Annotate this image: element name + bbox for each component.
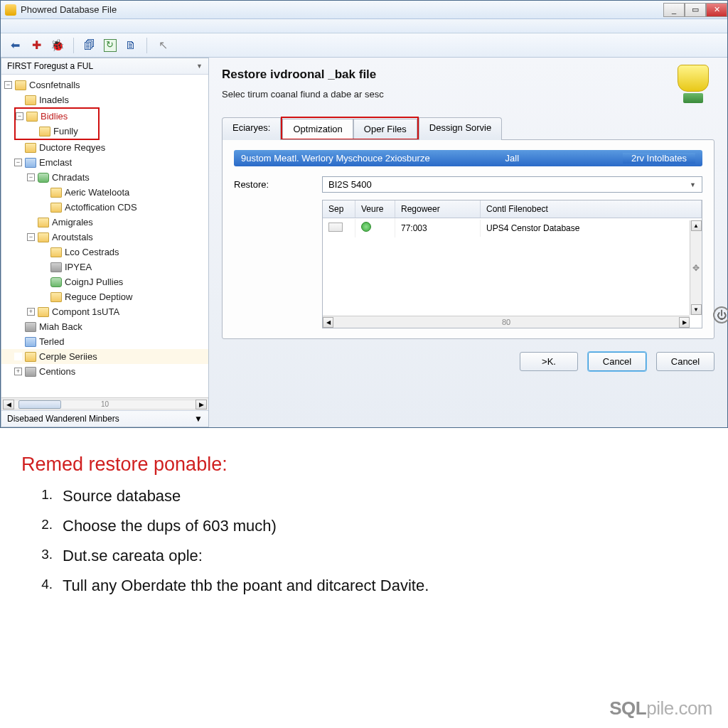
bug-icon[interactable]: 🐞 (50, 38, 65, 53)
window-title: Phowred Database File (21, 4, 117, 15)
tab-eciaryes[interactable]: Eciaryes: (222, 117, 281, 140)
page-subtitle: Selec tirum coanal fiund a dabe ar sesc (222, 89, 714, 100)
col-veure[interactable]: Veure (355, 200, 395, 218)
titlebar: Phowred Database File (1, 1, 727, 19)
list-item: 3.Dut.se careata ople: (36, 547, 707, 565)
cancel-button-2[interactable]: Cancel (656, 352, 714, 371)
tree-node[interactable]: Ductore Reqyes (1, 140, 208, 155)
grid-row[interactable]: 77:003 UPS4 Censtor Database (323, 218, 702, 237)
sidebar-footer[interactable]: Disebaed Wanderenl Minbers ▼ (1, 410, 208, 427)
document-icon[interactable]: 🗎 (124, 38, 138, 53)
tree-node[interactable]: −Cosnfetnalls (1, 77, 208, 92)
scroll-right-icon[interactable]: ▶ (679, 317, 690, 328)
tree-node[interactable]: −Emclast (1, 155, 208, 170)
tree-node[interactable]: +Compont 1sUTA (1, 304, 208, 319)
copy-icon[interactable]: 🗐 (82, 38, 97, 53)
watermark: SQLpile.com (609, 697, 712, 719)
tree-node[interactable]: Terled (1, 334, 208, 349)
scroll-left-icon[interactable]: ◀ (323, 317, 333, 328)
backup-grid: Sep Veure Regoweer Contl Filenobect 77:0… (322, 200, 702, 328)
tree-node[interactable]: Actoffication CDS (1, 200, 208, 215)
tab-oper-files[interactable]: Oper Files (353, 119, 417, 139)
grid-vscroll[interactable]: ▲ ✥ ▼ (690, 220, 702, 315)
tree-view: −Cosnfetnalls Inadels −Bidlies Funlly Du… (1, 75, 208, 397)
pointer-icon[interactable]: ↖ (156, 38, 170, 53)
minimize-button[interactable] (663, 3, 685, 17)
sidebar-hscroll[interactable]: ◀ 10 ▶ (1, 397, 208, 410)
tree-node[interactable]: CoignJ Pullies (1, 274, 208, 289)
dropdown-icon: ▼ (690, 181, 696, 188)
col-regoweer[interactable]: Regoweer (395, 200, 481, 218)
tabs: Eciaryes: Optmization Oper Files Dessign… (222, 117, 714, 139)
restore-label: Restore: (234, 179, 305, 190)
app-window: Phowred Database File ⬅ ✚ 🐞 🗐 🗎 ↖ FIRST … (0, 0, 728, 428)
dropdown-icon: ▼ (196, 63, 203, 70)
cancel-button[interactable]: Cancel (588, 352, 646, 371)
tree-node[interactable]: Amigrales (1, 215, 208, 230)
sidebar-header[interactable]: FIRST Foregust a FUL ▼ (1, 58, 208, 75)
restore-row: Restore: BI2S 5400 ▼ (234, 176, 702, 193)
workspace: FIRST Foregust a FUL ▼ −Cosnfetnalls Ina… (1, 58, 727, 427)
tree-node[interactable]: −Chradats (1, 170, 208, 185)
list-item: 4.Tull any Oberdate thb the poant and di… (36, 577, 707, 595)
col-filenobect[interactable]: Contl Filenobect (481, 200, 702, 218)
tree-node[interactable]: Inadels (1, 92, 208, 107)
highlight-box: −Bidlies Funlly (14, 107, 100, 140)
instruction-notes: Remed restore ponable: 1.Source database… (21, 454, 707, 606)
notes-list: 1.Source database 2.Choose the dups of 6… (21, 487, 707, 595)
tree-node[interactable]: Reguce Deptiow (1, 289, 208, 304)
dialog-buttons: >K. Cancel Cancel (222, 352, 714, 371)
tab-panel: 9ustom Meatl. Werlory Myschouce 2xiosbur… (222, 139, 714, 339)
tree-node[interactable]: IPYEA (1, 259, 208, 274)
ok-button[interactable]: >K. (520, 352, 578, 371)
close-button[interactable] (706, 3, 727, 17)
scroll-left-icon[interactable]: ◀ (3, 400, 14, 410)
scroll-right-icon[interactable]: ▶ (196, 400, 207, 410)
sidebar: FIRST Foregust a FUL ▼ −Cosnfetnalls Ina… (1, 58, 209, 427)
tab-design-sorvie[interactable]: Dessign Sorvie (419, 117, 502, 140)
tree-node[interactable]: −Aroutstals (1, 230, 208, 245)
grid-header: Sep Veure Regoweer Contl Filenobect (323, 200, 702, 218)
page-title: Restore ivdroonal _bak file (222, 68, 714, 82)
add-icon[interactable]: ✚ (29, 38, 43, 53)
tree-node[interactable]: −Bidlies (16, 109, 98, 124)
tree-node[interactable]: Miah Back (1, 319, 208, 334)
sidebar-header-label: FIRST Foregust a FUL (7, 61, 93, 71)
tree-node[interactable]: Funlly (16, 124, 98, 139)
tree-node[interactable]: +Centions (1, 364, 208, 379)
main-panel: Restore ivdroonal _bak file Selec tirum … (209, 58, 727, 427)
scroll-up-icon[interactable]: ▲ (691, 220, 702, 231)
grid-hscroll[interactable]: ◀ 80 ▶ (323, 316, 690, 328)
window-controls (663, 3, 727, 17)
move-icon[interactable]: ✥ (692, 263, 700, 273)
tree-node[interactable]: Lco Cestrads (1, 245, 208, 259)
tree-node-selected[interactable]: Cerple Seriies (1, 349, 208, 364)
scroll-thumb[interactable] (18, 400, 61, 409)
dropdown-icon: ▼ (194, 414, 203, 424)
scroll-down-icon[interactable]: ▼ (691, 304, 702, 315)
list-item: 2.Choose the dups of 603 much) (36, 517, 707, 535)
highlight-box: Optmization Oper Files (281, 117, 418, 139)
col-sep[interactable]: Sep (323, 200, 355, 218)
app-icon (5, 4, 16, 16)
row-checkbox[interactable] (328, 223, 343, 232)
notes-heading: Remed restore ponable: (21, 454, 707, 476)
status-icon (361, 222, 371, 232)
toolbar-separator (73, 38, 74, 53)
tree-node[interactable]: Aeric Wateloota (1, 185, 208, 200)
scroll-track[interactable]: 10 (14, 400, 196, 410)
trophy-icon (672, 65, 714, 114)
menubar (1, 19, 727, 33)
power-icon[interactable]: ⏻ (713, 306, 728, 323)
toolbar-separator (146, 38, 147, 53)
list-item: 1.Source database (36, 487, 707, 505)
restore-select[interactable]: BI2S 5400 ▼ (322, 176, 702, 193)
maximize-button[interactable] (685, 3, 706, 17)
back-icon[interactable]: ⬅ (8, 38, 22, 53)
refresh-icon[interactable] (104, 39, 117, 52)
tab-optimization[interactable]: Optmization (282, 119, 353, 139)
column-header-bar: 9ustom Meatl. Werlory Myschouce 2xiosbur… (234, 150, 702, 166)
toolbar: ⬅ ✚ 🐞 🗐 🗎 ↖ (1, 33, 727, 58)
